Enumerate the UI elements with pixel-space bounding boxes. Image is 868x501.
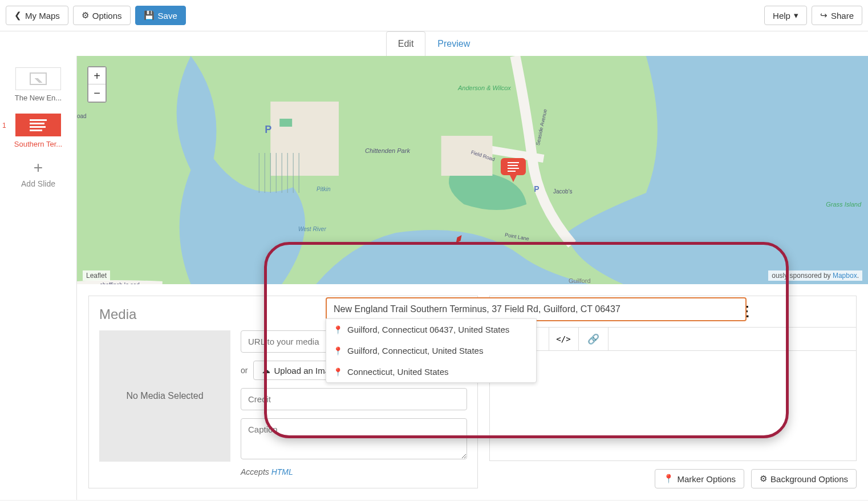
mapbox-link[interactable]: Mapbox (833, 272, 857, 280)
view-tabs: Edit Preview (0, 31, 868, 56)
caption-input[interactable] (241, 418, 467, 459)
slide-number: 1 (2, 122, 6, 130)
options-button[interactable]: ⚙ Options (73, 6, 131, 25)
save-button[interactable]: 💾 Save (135, 6, 186, 25)
gear-icon: ⚙ (82, 10, 89, 21)
suggestion-item[interactable]: 📍 Guilford, Connecticut 06437, United St… (326, 319, 536, 340)
slides-sidebar: The New En... 1 Southern Ter... + Add Sl… (0, 56, 77, 500)
add-slide-button[interactable]: + Add Slide (21, 160, 55, 188)
background-options-button[interactable]: ⚙ Background Options (751, 469, 857, 488)
plus-icon: + (34, 160, 43, 176)
svg-text:P: P (265, 124, 271, 135)
leaflet-attribution: Leaflet (83, 270, 110, 281)
content-panel: B I </> 🔗 📍 Marker Options ⚙ Background … (489, 296, 857, 488)
marker-icon (501, 156, 526, 184)
link-icon: 🔗 (587, 333, 599, 345)
or-text: or (241, 366, 248, 375)
html-link[interactable]: HTML (271, 467, 293, 476)
pin-icon: 📍 (333, 325, 343, 334)
slide-thumb-title[interactable]: The New En... (13, 67, 64, 102)
code-button[interactable]: </> (549, 328, 579, 350)
marker-options-button[interactable]: 📍 Marker Options (655, 469, 745, 488)
link-button[interactable]: 🔗 (579, 328, 609, 350)
map-marker[interactable] (501, 156, 526, 186)
image-placeholder-icon (30, 72, 47, 85)
media-hint: Accepts HTML (241, 467, 467, 476)
share-button[interactable]: ↪ Share (812, 6, 862, 25)
location-search-input[interactable] (326, 297, 747, 321)
save-icon: 💾 (144, 10, 155, 21)
slide-thumb-1[interactable]: 1 Southern Ter... (13, 114, 64, 148)
chevron-down-icon: ▾ (794, 10, 798, 21)
svg-text:P: P (534, 184, 539, 193)
svg-rect-2 (279, 119, 292, 127)
map-label-pitkin: Pitkin (317, 186, 330, 192)
credit-input[interactable] (241, 388, 467, 410)
cloud-upload-icon: ☁ (262, 365, 270, 375)
svg-rect-1 (270, 102, 339, 176)
map-label-westriver: West River (298, 226, 326, 232)
rte-body[interactable] (489, 351, 857, 461)
my-maps-button[interactable]: ❮ My Maps (6, 6, 68, 25)
map-label-anderson: Anderson & Wilcox (458, 84, 511, 91)
pin-icon: 📍 (333, 346, 343, 355)
chevron-left-icon: ❮ (14, 10, 22, 21)
map-label-jacobs: Jacob's (553, 188, 573, 195)
pin-icon: 📍 (663, 474, 674, 484)
map-canvas[interactable]: P P Chittenden Park Anderson & Wilcox Gr… (77, 56, 868, 284)
gear-icon: ⚙ (760, 474, 767, 484)
map-label-grass: Grass Island (826, 201, 861, 208)
map-label-road: oad (77, 113, 87, 119)
zoom-control: + − (87, 66, 107, 103)
slide-label: Southern Ter... (14, 140, 62, 148)
slide-label: The New En... (15, 94, 62, 102)
map-label-guilford: Guilford (569, 277, 591, 284)
no-media-placeholder: No Media Selected (99, 330, 230, 462)
location-suggestions: 📍 Guilford, Connecticut 06437, United St… (326, 318, 537, 383)
tab-edit[interactable]: Edit (386, 31, 426, 56)
suggestion-item[interactable]: 📍 Connecticut, United States (326, 361, 536, 382)
zoom-in-button[interactable]: + (88, 67, 106, 84)
rte-toolbar: B I </> 🔗 (489, 328, 857, 351)
map-label-park: Chittenden Park (365, 147, 410, 154)
tab-preview[interactable]: Preview (425, 31, 482, 56)
top-toolbar: ❮ My Maps ⚙ Options 💾 Save Help ▾ ↪ Shar… (0, 0, 868, 31)
pin-icon: 📍 (333, 367, 343, 377)
suggestion-item[interactable]: 📍 Guilford, Connecticut, United States (326, 340, 536, 361)
map-attribution: ously sponsored by Mapbox. (768, 270, 862, 281)
share-icon: ↪ (820, 10, 828, 21)
help-button[interactable]: Help ▾ (764, 6, 807, 25)
zoom-out-button[interactable]: − (88, 84, 106, 102)
location-search (326, 297, 747, 321)
text-lines-icon (30, 118, 47, 133)
